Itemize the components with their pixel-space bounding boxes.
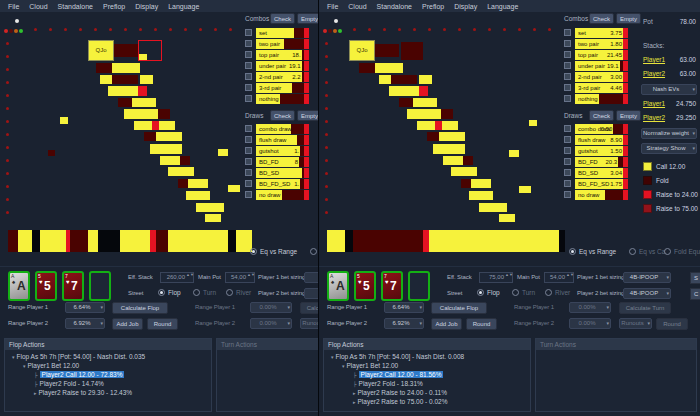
hand-matrix-cell[interactable] [441,109,453,119]
category-checkbox[interactable] [245,62,252,69]
p2-bet-sizing-dropdown[interactable] [304,288,319,299]
board-card-seven-hearts[interactable]: 7 ♥ 7 [381,271,403,301]
spinner-arrows-icon[interactable]: ▲▼ [186,273,192,282]
hand-matrix-cell[interactable] [178,179,188,188]
hand-matrix-cell[interactable] [439,132,465,141]
runouts-dropdown[interactable]: Runouts [300,318,319,329]
street-turn-radio[interactable]: Turn [193,289,216,296]
board-card-ace-spades[interactable]: A ♠ A [8,271,30,301]
tree-node[interactable]: ├Player2 Fold - 18.31% [327,379,528,388]
expand-icon[interactable]: ▸ [353,390,356,396]
eq-vs-call-radio[interactable]: Eq vs Ca [310,248,319,255]
category-checkbox[interactable] [245,40,252,47]
hand-matrix-cell[interactable] [417,121,435,130]
tree-node[interactable]: ├Player2 Call 12.00 - 72.83% [8,370,209,379]
hand-matrix-cell[interactable] [139,54,147,60]
category-checkbox[interactable] [564,136,571,143]
hand-matrix-cell[interactable] [407,109,441,119]
hand-matrix-cell[interactable]: QJo [88,40,114,61]
calculate-flop-button[interactable]: Calculate Flop [112,302,168,314]
hand-matrix-cell[interactable] [401,42,423,60]
hand-matrix-cell[interactable] [108,86,138,96]
eq-vs-range-radio[interactable]: Eq vs Range [569,248,616,255]
player2-stack-link[interactable]: Player2 [643,70,665,77]
hand-matrix-cell[interactable] [160,156,180,165]
hand-matrix-cell[interactable] [379,75,391,84]
hand-matrix-cell[interactable] [228,185,240,192]
hand-matrix-cell[interactable] [389,86,419,96]
hand-matrix-cell[interactable] [112,75,138,84]
category-checkbox[interactable] [564,73,571,80]
category-checkbox[interactable] [245,29,252,36]
nash-evs-dropdown[interactable]: Nash EVs [641,84,697,95]
p2-bet-sizing-dropdown[interactable]: 4B-IPOOP [623,288,671,299]
category-checkbox[interactable] [564,147,571,154]
hand-matrix-cell[interactable] [419,75,432,84]
range-player1-turn-dropdown[interactable]: 0.00% [569,302,611,313]
hand-matrix-cell[interactable] [60,117,68,124]
eff-stack-input[interactable]: 75,00▲▼ [479,272,513,283]
tree-node[interactable]: ▸Player2 Raise to 24.00 - 0.11% [327,388,528,397]
eq-vs-call-radio[interactable]: Eq vs Ca [629,248,665,255]
eff-stack-input[interactable]: 260,00▲▼ [160,272,194,283]
board-card-ace-spades[interactable]: A ♠ A [327,271,349,301]
hand-matrix-cell[interactable] [375,44,399,57]
hand-matrix-cell[interactable] [413,98,437,107]
category-checkbox[interactable] [564,158,571,165]
hand-matrix-cell[interactable] [156,132,182,141]
hand-matrix-cell[interactable] [218,149,228,156]
spinner-arrows-icon[interactable]: ▲▼ [505,273,511,282]
round-button[interactable]: Round [147,318,178,330]
hand-matrix-cell[interactable] [180,156,190,165]
player2-ev-link[interactable]: Player2 [643,114,665,121]
hand-matrix-cell[interactable] [140,75,153,84]
expand-icon[interactable]: ▸ [353,399,356,405]
hand-matrix-cell[interactable] [442,121,458,130]
p1-bet-sizing-dropdown[interactable] [304,272,319,283]
board-card-five-hearts[interactable]: 5 ♥ 5 [35,271,57,301]
combos-check-button[interactable]: Check [589,13,614,24]
hand-matrix-cell[interactable] [124,109,158,119]
board-card-empty-slot[interactable] [408,271,430,301]
add-job-button[interactable]: Add Job [112,318,143,330]
category-checkbox[interactable] [564,95,571,102]
hand-matrix-cell[interactable]: QJo [349,40,375,61]
category-checkbox[interactable] [245,84,252,91]
category-checkbox[interactable] [245,136,252,143]
hand-matrix-cell[interactable] [159,121,175,130]
hand-matrix-cell[interactable] [399,98,413,107]
hand-matrix-cell[interactable] [152,121,159,130]
hand-matrix-cell[interactable] [451,167,477,176]
normalize-weight-dropdown[interactable]: Normalize weight [641,128,697,139]
hand-matrix-cell[interactable] [427,132,439,141]
category-checkbox[interactable] [245,191,252,198]
hand-matrix-cell[interactable] [359,63,375,73]
board-card-empty-slot[interactable] [89,271,111,301]
cut-button-top[interactable]: S [690,272,700,284]
category-checkbox[interactable] [245,51,252,58]
street-flop-radio[interactable]: Flop [158,289,181,296]
tree-node[interactable]: ▸Player2 Raise to 75.00 - 0.02% [327,397,528,406]
round-button[interactable]: Round [466,318,497,330]
hand-matrix-cell[interactable] [479,203,507,212]
hand-matrix-cell[interactable] [134,121,152,130]
runouts-dropdown[interactable]: Runouts [619,318,652,329]
hand-matrix-cell[interactable] [375,63,403,73]
spinner-arrows-icon[interactable]: ▲▼ [566,273,572,282]
category-checkbox[interactable] [564,29,571,36]
tree-node[interactable]: ▸Player2 Raise to 29.30 - 12.43% [8,388,209,397]
range-player1-turn-dropdown[interactable]: 0.00% [250,302,292,313]
range-player2-dropdown[interactable]: 6.92% [384,318,424,329]
hand-matrix-cell[interactable] [419,86,428,96]
hand-matrix-cell[interactable] [435,121,442,130]
strategy-show-dropdown[interactable]: Strategy Show [641,143,697,154]
hand-matrix-cell[interactable] [118,98,132,107]
hand-matrix-cell[interactable] [158,109,170,119]
combos-check-button[interactable]: Check [270,13,295,24]
calculate-turn-button[interactable]: Calculate Turn [300,302,319,314]
hand-matrix-cell[interactable] [114,44,138,57]
range-player1-dropdown[interactable]: 6.64% [65,302,105,313]
collapse-icon[interactable]: ▾ [342,363,345,369]
calculate-turn-button[interactable]: Calculate Turn [619,302,671,314]
p1-bet-sizing-dropdown[interactable]: 4B-IPOOP [623,272,671,283]
